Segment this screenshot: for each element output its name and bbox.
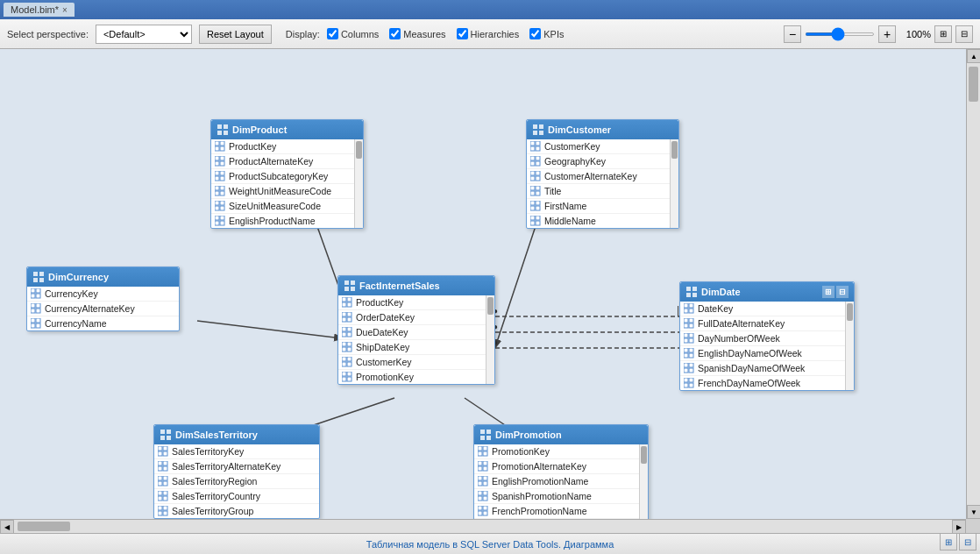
svg-rect-14 — [224, 124, 228, 129]
svg-rect-134 — [689, 363, 693, 367]
table-row: SalesTerritoryRegion — [154, 474, 319, 489]
column-icon — [158, 446, 168, 457]
reset-layout-button[interactable]: Reset Layout — [199, 25, 272, 44]
measures-checkbox-label[interactable]: Measures — [389, 28, 445, 39]
status-table-icon[interactable]: ⊞ — [940, 533, 957, 550]
column-icon — [530, 186, 541, 196]
table-expand-button[interactable]: ⊞ — [822, 286, 834, 298]
table-row: FullDateAlternateKey — [680, 316, 854, 331]
columns-checkbox[interactable] — [327, 28, 338, 39]
zoom-in-button[interactable]: + — [878, 25, 896, 43]
perspective-select[interactable]: <Default> — [96, 25, 192, 44]
table-row: OrderDateKey — [338, 310, 494, 325]
table-DimProduct[interactable]: DimProduct ProductKey ProductAlternateKe… — [210, 119, 364, 229]
svg-rect-170 — [483, 446, 487, 451]
svg-rect-161 — [158, 506, 162, 510]
hierarchies-checkbox[interactable] — [457, 28, 468, 39]
column-name: CurrencyName — [45, 318, 107, 329]
scrollbar-corner — [966, 519, 980, 533]
scroll-up-button[interactable]: ▲ — [967, 49, 980, 63]
svg-rect-167 — [480, 436, 485, 440]
svg-rect-83 — [31, 323, 35, 328]
column-name: SalesTerritoryKey — [172, 446, 244, 457]
column-icon — [342, 372, 352, 382]
svg-rect-58 — [536, 186, 540, 190]
tab-close-button[interactable]: × — [62, 5, 67, 15]
table-DimCustomer[interactable]: DimCustomer CustomerKey GeographyKey Cus… — [526, 119, 679, 229]
horizontal-scrollbar[interactable]: ◀ ▶ — [0, 519, 966, 533]
column-icon — [342, 327, 352, 337]
column-name: SpanishDayNameOfWeek — [698, 363, 805, 373]
scrollbar-thumb-v[interactable] — [969, 67, 978, 102]
svg-rect-154 — [163, 476, 167, 480]
svg-rect-49 — [530, 156, 535, 160]
table-DimDate[interactable]: DimDate ⊞ ⊟ DateKey FullDateAlternateKey — [679, 281, 855, 391]
svg-rect-186 — [483, 506, 487, 510]
scroll-right-button[interactable]: ▶ — [952, 520, 966, 533]
display-options: Columns Measures Hierarchies KPIs — [327, 28, 565, 39]
table-row: CustomerAlternateKey — [527, 169, 678, 184]
scrollbar-thumb — [356, 141, 362, 159]
svg-rect-76 — [36, 294, 40, 298]
table-name-DimPromotion: DimPromotion — [495, 430, 562, 440]
svg-rect-183 — [478, 496, 482, 501]
table-DimPromotion[interactable]: DimPromotion PromotionKey PromotionAlter… — [473, 424, 649, 533]
zoom-out-button[interactable]: − — [784, 25, 801, 43]
column-name: FrenchPromotionName — [492, 506, 587, 516]
table-name-DimCustomer: DimCustomer — [548, 124, 611, 135]
scroll-left-button[interactable]: ◀ — [0, 520, 14, 533]
table-grid-icon — [685, 286, 698, 298]
column-icon — [478, 461, 488, 472]
table-scrollbar-DimCustomer[interactable] — [670, 139, 678, 228]
zoom-slider[interactable] — [805, 32, 875, 36]
table-header-DimCurrency: DimCurrency — [27, 267, 179, 287]
svg-rect-123 — [684, 323, 688, 328]
column-icon — [530, 201, 541, 211]
column-name: ProductSubcategoryKey — [229, 171, 328, 181]
vertical-scrollbar[interactable]: ▲ ▼ — [966, 49, 980, 519]
zoom-fit-button[interactable]: ⊞ — [934, 25, 952, 43]
column-name: CustomerAlternateKey — [544, 171, 637, 181]
table-FactInternetSales[interactable]: FactInternetSales ProductKey OrderDateKe… — [337, 275, 495, 385]
column-name: SalesTerritoryGroup — [172, 506, 253, 516]
column-icon — [684, 303, 694, 314]
svg-rect-185 — [478, 506, 482, 510]
svg-rect-44 — [539, 131, 543, 135]
svg-rect-114 — [692, 287, 697, 291]
columns-checkbox-label[interactable]: Columns — [327, 28, 379, 39]
table-collapse-button[interactable]: ⊟ — [836, 286, 849, 298]
zoom-fit-all-button[interactable]: ⊟ — [955, 25, 973, 43]
column-name: CustomerKey — [356, 357, 412, 367]
table-scrollbar-FactInternetSales[interactable] — [486, 295, 494, 384]
svg-rect-65 — [530, 216, 535, 220]
svg-rect-45 — [530, 141, 535, 146]
svg-rect-138 — [689, 378, 693, 382]
table-row: CurrencyKey — [27, 287, 179, 302]
scrollbar-thumb-h[interactable] — [18, 522, 70, 531]
table-row: EnglishPromotionName — [474, 474, 648, 489]
scroll-down-button[interactable]: ▼ — [967, 505, 980, 519]
column-name: SpanishPromotionName — [492, 491, 592, 501]
svg-rect-98 — [347, 327, 352, 331]
table-DimCurrency[interactable]: DimCurrency CurrencyKey CurrencyAlternat… — [26, 266, 180, 331]
table-scrollbar-DimProduct[interactable] — [354, 139, 363, 228]
measures-checkbox[interactable] — [389, 28, 401, 39]
column-icon — [215, 216, 225, 226]
table-row: FrenchPromotionName — [474, 504, 648, 519]
svg-rect-155 — [158, 481, 162, 486]
title-tab[interactable]: Model.bim* × — [4, 3, 75, 17]
status-grid-icon[interactable]: ⊟ — [959, 533, 976, 550]
column-icon — [684, 348, 694, 359]
svg-rect-133 — [684, 363, 688, 367]
svg-rect-55 — [530, 176, 535, 181]
scrollbar-thumb — [847, 303, 853, 321]
table-DimSalesTerritory[interactable]: DimSalesTerritory SalesTerritoryKey Sale… — [153, 424, 320, 519]
svg-rect-179 — [478, 481, 482, 486]
kpis-checkbox[interactable] — [529, 28, 541, 39]
svg-rect-158 — [163, 491, 167, 495]
table-scrollbar-DimDate[interactable] — [845, 302, 854, 390]
kpis-checkbox-label[interactable]: KPIs — [529, 28, 564, 39]
svg-rect-104 — [347, 347, 352, 352]
table-row: PromotionKey — [474, 444, 648, 459]
hierarchies-checkbox-label[interactable]: Hierarchies — [457, 28, 520, 39]
